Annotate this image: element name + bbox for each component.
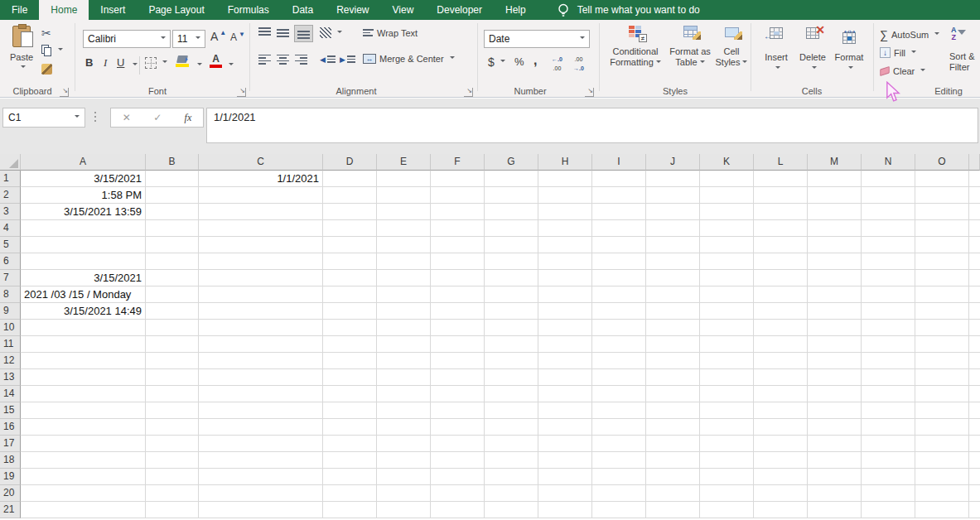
align-top-button[interactable]	[258, 27, 271, 38]
column-header-J[interactable]: J	[646, 154, 700, 171]
cell-K20[interactable]	[700, 485, 754, 502]
cell-A5[interactable]	[21, 237, 146, 253]
cell-K16[interactable]	[700, 419, 754, 436]
cell-N10[interactable]	[862, 320, 915, 336]
cell-G11[interactable]	[485, 336, 538, 353]
cell-K4[interactable]	[700, 220, 754, 237]
align-middle-button[interactable]	[277, 27, 289, 38]
percent-style-button[interactable]: %	[514, 55, 524, 68]
cell-F5[interactable]	[431, 237, 485, 253]
cell-L15[interactable]	[754, 402, 808, 419]
row-header-5[interactable]: 5	[0, 237, 21, 253]
cell-G19[interactable]	[485, 469, 538, 485]
cell-C21[interactable]	[199, 502, 323, 518]
cell-I6[interactable]	[592, 253, 646, 270]
tab-page-layout[interactable]: Page Layout	[137, 0, 215, 20]
select-all-corner[interactable]	[0, 154, 21, 171]
cell-I4[interactable]	[592, 220, 646, 237]
cell-C9[interactable]	[199, 303, 323, 320]
cell-N2[interactable]	[862, 187, 915, 204]
cell-L16[interactable]	[754, 419, 808, 436]
cell-D15[interactable]	[323, 402, 377, 419]
cell-B7[interactable]	[146, 270, 199, 286]
cell-O5[interactable]	[915, 237, 969, 253]
cell-D13[interactable]	[323, 369, 377, 386]
column-header-L[interactable]: L	[754, 154, 808, 171]
cell-F21[interactable]	[431, 502, 485, 518]
cell-A18[interactable]	[21, 452, 146, 469]
cell-K13[interactable]	[700, 369, 754, 386]
cell-H9[interactable]	[538, 303, 592, 320]
column-header-G[interactable]: G	[485, 154, 538, 171]
cell-A4[interactable]	[21, 220, 146, 237]
number-dialog-launcher[interactable]: ↘	[585, 88, 594, 97]
tab-formulas[interactable]: Formulas	[216, 0, 281, 20]
cell-A12[interactable]	[21, 353, 146, 369]
cell-M11[interactable]	[808, 336, 862, 353]
cell-M10[interactable]	[808, 320, 862, 336]
cell-I17[interactable]	[592, 436, 646, 452]
column-header-H[interactable]: H	[538, 154, 592, 171]
cell-O1[interactable]	[915, 171, 969, 187]
cell-O18[interactable]	[915, 452, 969, 469]
column-header-C[interactable]: C	[199, 154, 323, 171]
name-box-dropdown[interactable]	[75, 115, 80, 120]
cell-A19[interactable]	[21, 469, 146, 485]
cell-D11[interactable]	[323, 336, 377, 353]
row-header-6[interactable]: 6	[0, 253, 21, 270]
cell-F18[interactable]	[431, 452, 485, 469]
cell-I5[interactable]	[592, 237, 646, 253]
clear-button[interactable]: Clear	[880, 66, 925, 76]
cell-O11[interactable]	[915, 336, 969, 353]
cell-M6[interactable]	[808, 253, 862, 270]
cell-J14[interactable]	[646, 386, 700, 402]
cell-I13[interactable]	[592, 369, 646, 386]
cell-H11[interactable]	[538, 336, 592, 353]
cell-D14[interactable]	[323, 386, 377, 402]
insert-function-icon[interactable]: fx	[185, 112, 192, 124]
comma-style-button[interactable]: ,	[533, 53, 537, 68]
cell-H5[interactable]	[538, 237, 592, 253]
cell-G8[interactable]	[485, 286, 538, 303]
cell-H2[interactable]	[538, 187, 592, 204]
cell-B17[interactable]	[146, 436, 199, 452]
cell-I7[interactable]	[592, 270, 646, 286]
cell-F17[interactable]	[431, 436, 485, 452]
cell-D9[interactable]	[323, 303, 377, 320]
insert-cells-button[interactable]: ← Insert	[759, 27, 794, 71]
cell-C6[interactable]	[199, 253, 323, 270]
cell-D2[interactable]	[323, 187, 377, 204]
fill-color-dropdown[interactable]	[197, 63, 202, 68]
cell-J10[interactable]	[646, 320, 700, 336]
cell-I18[interactable]	[592, 452, 646, 469]
cell-L5[interactable]	[754, 237, 808, 253]
cell-A2[interactable]: 1:58 PM	[21, 187, 146, 204]
cell-M21[interactable]	[808, 502, 862, 518]
cell-H10[interactable]	[538, 320, 592, 336]
cell-J3[interactable]	[646, 204, 700, 220]
cell-N21[interactable]	[862, 502, 915, 518]
row-header-17[interactable]: 17	[0, 436, 21, 452]
cell-O6[interactable]	[915, 253, 969, 270]
cell-D12[interactable]	[323, 353, 377, 369]
cell-E16[interactable]	[377, 419, 431, 436]
cell-D17[interactable]	[323, 436, 377, 452]
cell-L14[interactable]	[754, 386, 808, 402]
cell-K2[interactable]	[700, 187, 754, 204]
cell-A8[interactable]: 2021 /03 /15 / Monday	[21, 286, 146, 303]
format-painter-button[interactable]	[41, 64, 52, 75]
row-header-20[interactable]: 20	[0, 485, 21, 502]
tab-insert[interactable]: Insert	[89, 0, 137, 20]
fill-color-button[interactable]	[176, 55, 189, 67]
cell-K9[interactable]	[700, 303, 754, 320]
cell-G14[interactable]	[485, 386, 538, 402]
cell-J11[interactable]	[646, 336, 700, 353]
increase-decimal-button[interactable]: ←.0 .00	[552, 56, 562, 71]
cell-B19[interactable]	[146, 469, 199, 485]
cell-M13[interactable]	[808, 369, 862, 386]
cell-G13[interactable]	[485, 369, 538, 386]
cell-K5[interactable]	[700, 237, 754, 253]
cell-K8[interactable]	[700, 286, 754, 303]
cell-O21[interactable]	[915, 502, 969, 518]
cell-B16[interactable]	[146, 419, 199, 436]
